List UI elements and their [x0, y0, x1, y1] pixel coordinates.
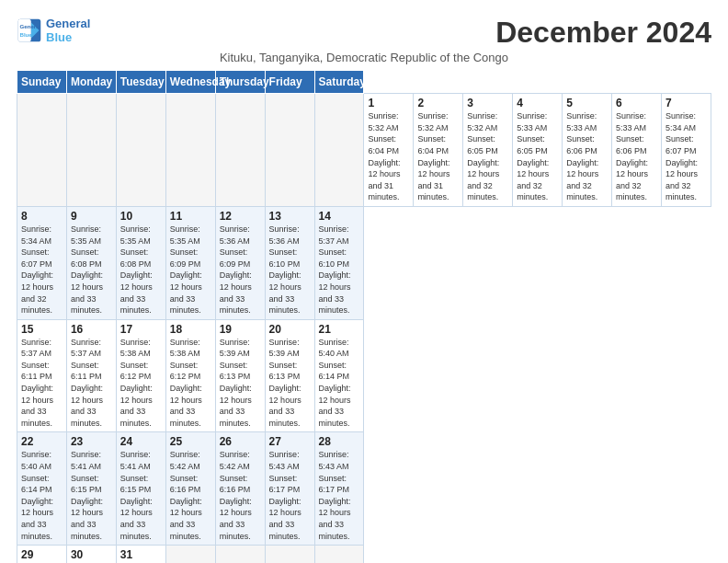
day-number: 6 [616, 97, 657, 109]
title-block: December 2024 [495, 17, 711, 49]
day-info: Sunrise: 5:32 AMSunset: 6:05 PMDaylight:… [467, 110, 508, 203]
day-number: 25 [170, 435, 211, 448]
day-number: 30 [71, 548, 112, 561]
day-info: Sunrise: 5:34 AMSunset: 6:07 PMDaylight:… [665, 110, 707, 203]
day-number: 18 [170, 323, 211, 336]
col-saturday: Saturday [314, 71, 364, 94]
day-info: Sunrise: 5:38 AMSunset: 6:12 PMDaylight:… [120, 337, 162, 430]
day-number: 11 [170, 210, 211, 223]
day-number: 1 [368, 97, 409, 109]
day-number: 4 [517, 97, 558, 109]
day-number: 22 [21, 435, 63, 448]
calendar-week-row: 15Sunrise: 5:37 AMSunset: 6:11 PMDayligh… [17, 319, 711, 432]
calendar-week-row: 29Sunrise: 5:44 AMSunset: 6:17 PMDayligh… [17, 546, 711, 563]
table-row [17, 94, 67, 207]
day-info: Sunrise: 5:35 AMSunset: 6:08 PMDaylight:… [120, 224, 162, 316]
table-row: 20Sunrise: 5:39 AMSunset: 6:13 PMDayligh… [265, 319, 314, 432]
logo-text: General Blue [46, 17, 90, 44]
col-tuesday: Tuesday [116, 71, 165, 94]
table-row: 26Sunrise: 5:42 AMSunset: 6:16 PMDayligh… [215, 432, 265, 546]
table-row: 4Sunrise: 5:33 AMSunset: 6:05 PMDaylight… [513, 94, 563, 207]
col-wednesday: Wednesday [165, 71, 215, 94]
day-number: 31 [120, 548, 162, 561]
day-info: Sunrise: 5:41 AMSunset: 6:15 PMDaylight:… [120, 449, 162, 542]
table-row: 14Sunrise: 5:37 AMSunset: 6:10 PMDayligh… [314, 206, 364, 319]
day-info: Sunrise: 5:36 AMSunset: 6:09 PMDaylight:… [220, 224, 261, 316]
table-row [215, 546, 265, 563]
table-row [66, 94, 116, 207]
table-row: 19Sunrise: 5:39 AMSunset: 6:13 PMDayligh… [215, 319, 265, 432]
table-row: 21Sunrise: 5:40 AMSunset: 6:14 PMDayligh… [314, 319, 364, 432]
table-row: 22Sunrise: 5:40 AMSunset: 6:14 PMDayligh… [17, 432, 67, 546]
table-row [265, 94, 314, 207]
table-row [314, 94, 364, 207]
day-info: Sunrise: 5:42 AMSunset: 6:16 PMDaylight:… [170, 449, 211, 542]
day-number: 13 [269, 210, 311, 223]
col-monday: Monday [66, 71, 116, 94]
day-info: Sunrise: 5:33 AMSunset: 6:06 PMDaylight:… [566, 110, 608, 203]
day-number: 21 [319, 323, 360, 336]
day-info: Sunrise: 5:37 AMSunset: 6:11 PMDaylight:… [21, 337, 63, 430]
table-row: 25Sunrise: 5:42 AMSunset: 6:16 PMDayligh… [165, 432, 215, 546]
day-number: 15 [21, 323, 63, 336]
calendar-week-row: 8Sunrise: 5:34 AMSunset: 6:07 PMDaylight… [17, 206, 711, 319]
day-info: Sunrise: 5:32 AMSunset: 6:04 PMDaylight:… [417, 110, 459, 203]
day-info: Sunrise: 5:40 AMSunset: 6:14 PMDaylight:… [21, 449, 63, 542]
day-number: 24 [120, 435, 162, 448]
day-info: Sunrise: 5:42 AMSunset: 6:16 PMDaylight:… [220, 449, 261, 542]
day-info: Sunrise: 5:39 AMSunset: 6:13 PMDaylight:… [269, 337, 311, 430]
day-number: 5 [566, 97, 608, 109]
day-number: 2 [417, 97, 459, 109]
table-row: 29Sunrise: 5:44 AMSunset: 6:17 PMDayligh… [17, 546, 67, 563]
day-info: Sunrise: 5:37 AMSunset: 6:10 PMDaylight:… [319, 224, 360, 316]
table-row [116, 94, 165, 207]
table-row: 13Sunrise: 5:36 AMSunset: 6:10 PMDayligh… [265, 206, 314, 319]
table-row: 17Sunrise: 5:38 AMSunset: 6:12 PMDayligh… [116, 319, 165, 432]
svg-text:Blue: Blue [20, 31, 33, 38]
table-row: 9Sunrise: 5:35 AMSunset: 6:08 PMDaylight… [66, 206, 116, 319]
calendar-week-row: 1Sunrise: 5:32 AMSunset: 6:04 PMDaylight… [17, 94, 711, 207]
logo-icon: General Blue [17, 17, 42, 43]
table-row: 31Sunrise: 5:45 AMSunset: 6:18 PMDayligh… [116, 546, 165, 563]
day-info: Sunrise: 5:41 AMSunset: 6:15 PMDaylight:… [71, 449, 112, 542]
table-row [314, 546, 364, 563]
col-friday: Friday [265, 71, 314, 94]
day-info: Sunrise: 5:33 AMSunset: 6:05 PMDaylight:… [517, 110, 558, 203]
day-number: 23 [71, 435, 112, 448]
day-number: 14 [319, 210, 360, 223]
month-title: December 2024 [495, 17, 711, 49]
logo: General Blue General Blue [17, 17, 90, 44]
day-number: 12 [220, 210, 261, 223]
table-row: 30Sunrise: 5:44 AMSunset: 6:18 PMDayligh… [66, 546, 116, 563]
table-row: 7Sunrise: 5:34 AMSunset: 6:07 PMDaylight… [661, 94, 711, 207]
table-row: 15Sunrise: 5:37 AMSunset: 6:11 PMDayligh… [17, 319, 67, 432]
table-row: 6Sunrise: 5:33 AMSunset: 6:06 PMDaylight… [612, 94, 662, 207]
table-row: 11Sunrise: 5:35 AMSunset: 6:09 PMDayligh… [165, 206, 215, 319]
day-info: Sunrise: 5:32 AMSunset: 6:04 PMDaylight:… [368, 110, 409, 203]
calendar-week-row: 22Sunrise: 5:40 AMSunset: 6:14 PMDayligh… [17, 432, 711, 546]
table-row [265, 546, 314, 563]
table-row: 12Sunrise: 5:36 AMSunset: 6:09 PMDayligh… [215, 206, 265, 319]
table-row: 8Sunrise: 5:34 AMSunset: 6:07 PMDaylight… [17, 206, 67, 319]
day-info: Sunrise: 5:39 AMSunset: 6:13 PMDaylight:… [220, 337, 261, 430]
day-info: Sunrise: 5:35 AMSunset: 6:08 PMDaylight:… [71, 224, 112, 316]
day-info: Sunrise: 5:36 AMSunset: 6:10 PMDaylight:… [269, 224, 311, 316]
table-row: 1Sunrise: 5:32 AMSunset: 6:04 PMDaylight… [364, 94, 414, 207]
day-info: Sunrise: 5:35 AMSunset: 6:09 PMDaylight:… [170, 224, 211, 316]
header: General Blue General Blue December 2024 [17, 17, 711, 49]
day-number: 28 [319, 435, 360, 448]
day-info: Sunrise: 5:43 AMSunset: 6:17 PMDaylight:… [269, 449, 311, 542]
calendar-table: Sunday Monday Tuesday Wednesday Thursday… [17, 70, 711, 563]
day-info: Sunrise: 5:38 AMSunset: 6:12 PMDaylight:… [170, 337, 211, 430]
table-row: 28Sunrise: 5:43 AMSunset: 6:17 PMDayligh… [314, 432, 364, 546]
day-number: 10 [120, 210, 162, 223]
day-number: 9 [71, 210, 112, 223]
day-info: Sunrise: 5:33 AMSunset: 6:06 PMDaylight:… [616, 110, 657, 203]
day-number: 20 [269, 323, 311, 336]
table-row [165, 94, 215, 207]
page: General Blue General Blue December 2024 … [0, 0, 728, 563]
table-row: 18Sunrise: 5:38 AMSunset: 6:12 PMDayligh… [165, 319, 215, 432]
day-info: Sunrise: 5:40 AMSunset: 6:14 PMDaylight:… [319, 337, 360, 430]
day-number: 3 [467, 97, 508, 109]
table-row: 24Sunrise: 5:41 AMSunset: 6:15 PMDayligh… [116, 432, 165, 546]
